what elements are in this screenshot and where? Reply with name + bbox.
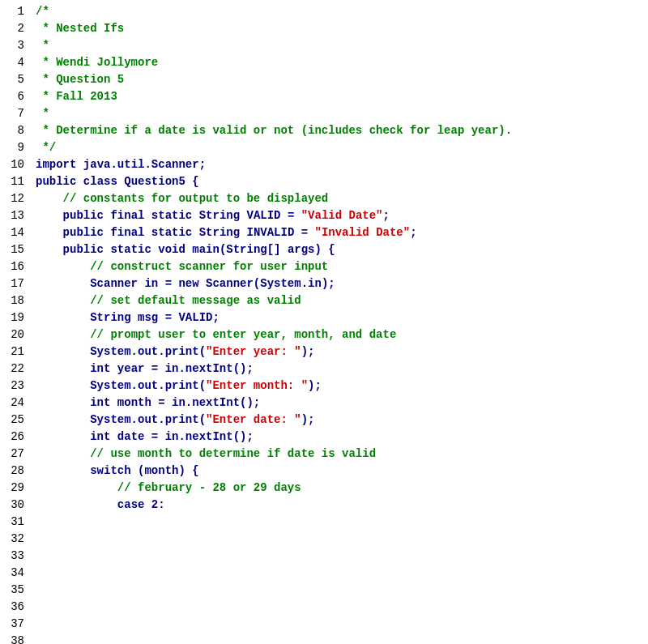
code-token: static	[110, 243, 151, 256]
code-line: public final static String VALID = "Vali…	[36, 207, 648, 224]
line-number: 18	[6, 292, 24, 309]
code-line: public class Question5 {	[36, 173, 648, 190]
code-token	[36, 328, 90, 341]
code-token: int	[90, 430, 110, 443]
code-content: /* * Nested Ifs * * Wendi Jollymore * Qu…	[29, 3, 648, 644]
code-token: public	[63, 209, 104, 222]
code-line: int date = in.nextInt();	[36, 429, 648, 446]
code-token	[36, 430, 90, 443]
line-number: 17	[6, 275, 24, 292]
code-token: */	[36, 141, 56, 154]
code-token	[76, 175, 83, 188]
code-token: int	[90, 362, 110, 375]
code-token	[36, 498, 117, 511]
code-line: *	[36, 37, 648, 54]
code-token: String VALID =	[192, 209, 301, 222]
code-token	[36, 192, 63, 205]
code-token: * Wendi Jollymore	[36, 56, 158, 69]
code-token	[36, 396, 90, 409]
line-number: 9	[6, 139, 24, 156]
code-token: * Fall 2013	[36, 90, 117, 103]
code-token: "Enter month: "	[206, 379, 308, 392]
line-number: 5	[6, 71, 24, 88]
code-line: import java.util.Scanner;	[36, 156, 648, 173]
line-number: 33	[6, 548, 24, 565]
code-token: public	[36, 175, 76, 188]
code-token	[36, 447, 90, 460]
code-line: * Question 5	[36, 71, 648, 88]
code-token: ;	[383, 209, 390, 222]
line-number-column: 1234567891011121314151617181920212223242…	[0, 3, 29, 644]
code-token: * Determine if a date is valid or not (i…	[36, 124, 512, 137]
code-token: "Enter date: "	[206, 413, 301, 426]
code-line: Scanner in = new Scanner(System.in);	[36, 275, 648, 292]
code-line: */	[36, 139, 648, 156]
line-number: 8	[6, 122, 24, 139]
line-number: 31	[6, 514, 24, 531]
code-token	[36, 481, 117, 494]
line-number: 36	[6, 599, 24, 616]
code-token: public	[63, 243, 104, 256]
code-line: // prompt user to enter year, month, and…	[36, 326, 648, 343]
code-line: * Fall 2013	[36, 88, 648, 105]
line-number: 6	[6, 88, 24, 105]
line-number: 10	[6, 156, 24, 173]
line-number: 1	[6, 3, 24, 20]
code-line: System.out.print("Enter month: ");	[36, 377, 648, 395]
code-token	[36, 260, 90, 273]
line-number: 2	[6, 20, 24, 37]
line-number: 11	[6, 173, 24, 190]
code-token: * Question 5	[36, 73, 124, 86]
code-line: String msg = VALID;	[36, 309, 648, 326]
line-number: 21	[6, 343, 24, 360]
line-number: 20	[6, 326, 24, 343]
code-token: main(String[] args) {	[185, 243, 335, 256]
code-token	[144, 226, 151, 239]
code-line: public static void main(String[] args) {	[36, 241, 648, 258]
code-token: Question5 {	[117, 175, 199, 188]
line-number: 35	[6, 582, 24, 599]
code-line: switch (month) {	[36, 463, 648, 480]
line-number: 3	[6, 37, 24, 54]
code-token: String INVALID =	[192, 226, 314, 239]
line-number: 12	[6, 190, 24, 207]
code-token	[151, 243, 158, 256]
line-number: 28	[6, 463, 24, 480]
line-number: 26	[6, 429, 24, 446]
code-token: // construct scanner for user input	[90, 260, 328, 273]
code-token: System.out.print(	[36, 345, 206, 358]
line-number: 14	[6, 224, 24, 241]
line-number: 22	[6, 360, 24, 377]
code-token: "Invalid Date"	[315, 226, 411, 239]
code-line: * Wendi Jollymore	[36, 54, 648, 71]
code-token	[144, 209, 151, 222]
code-token	[36, 243, 63, 256]
line-number: 32	[6, 531, 24, 548]
code-line: System.out.print("Enter date: ");	[36, 412, 648, 429]
code-token: java.util.Scanner;	[76, 158, 206, 171]
code-token: );	[301, 413, 315, 426]
code-token: // february - 28 or 29 days	[117, 481, 301, 494]
code-line: // set default message as valid	[36, 292, 648, 309]
code-token: case	[117, 498, 145, 511]
code-token: System.out.print(	[36, 413, 206, 426]
line-number: 27	[6, 446, 24, 463]
code-token: "Valid Date"	[301, 209, 383, 222]
code-token: Scanner(System.in);	[199, 277, 335, 290]
code-token: switch	[90, 464, 130, 477]
code-line: // constants for output to be displayed	[36, 190, 648, 207]
code-token: // constants for output to be displayed	[63, 192, 329, 205]
code-token	[36, 362, 90, 375]
code-token: month = in.nextInt();	[110, 396, 260, 409]
code-token: public	[63, 226, 104, 239]
code-token: 2:	[144, 498, 164, 511]
line-number: 15	[6, 241, 24, 258]
code-token: int	[90, 396, 110, 409]
code-line: public final static String INVALID = "In…	[36, 224, 648, 241]
code-token: year = in.nextInt();	[110, 362, 253, 375]
code-line: // february - 28 or 29 days	[36, 480, 648, 497]
code-token: static	[151, 226, 192, 239]
line-number: 16	[6, 258, 24, 275]
code-token	[36, 464, 90, 477]
line-number: 30	[6, 497, 24, 514]
